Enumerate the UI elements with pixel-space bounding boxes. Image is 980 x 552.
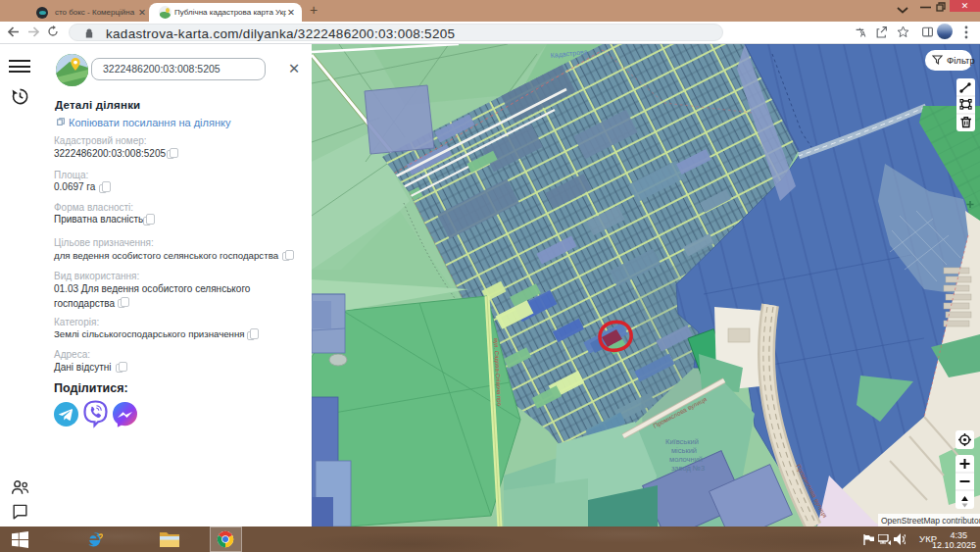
svg-text:міський: міський (671, 446, 697, 455)
svg-text:Київський: Київський (665, 437, 699, 446)
svg-text:завод №3: завод №3 (671, 464, 705, 473)
svg-text:молочний: молочний (669, 455, 703, 464)
svg-text:OpenStreetMap contributors: OpenStreetMap contributors (881, 516, 980, 526)
svg-text:Фільтр: Фільтр (947, 55, 975, 66)
